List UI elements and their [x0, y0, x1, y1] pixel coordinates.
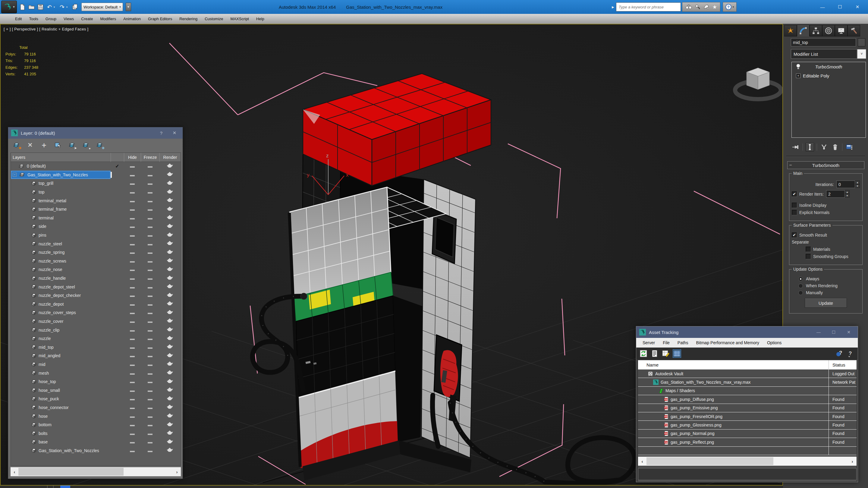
layer-name[interactable]: Gas_Station_with_Two_Nozzles: [11, 447, 111, 455]
menu-rendering[interactable]: Rendering: [176, 14, 201, 24]
render-toggle[interactable]: [159, 361, 181, 367]
stack-item-turbosmooth[interactable]: TurboSmooth: [792, 62, 866, 71]
freeze-toggle[interactable]: [141, 181, 159, 186]
asset-row-gas-station-with-two-nozzles-max-vray-max[interactable]: Gas_Station_with_Two_Nozzles_max_vray.ma…: [638, 378, 857, 387]
current-layer-cell[interactable]: [111, 173, 124, 177]
explicit-normals-checkbox[interactable]: [792, 210, 797, 215]
layer-row-top-grill[interactable]: top_grill: [11, 179, 181, 188]
menu-create[interactable]: Create: [78, 14, 96, 24]
render-toggle[interactable]: [159, 344, 181, 350]
search-input[interactable]: [616, 2, 681, 11]
render-toggle[interactable]: [159, 370, 181, 376]
asset-row-gas-pump-reflect-png[interactable]: PNGgas_pump_Reflect.pngFound: [638, 438, 857, 447]
render-toggle[interactable]: [159, 267, 181, 273]
tab-display[interactable]: [835, 25, 847, 36]
asset-menu-bitmap-performance-and-memory[interactable]: Bitmap Performance and Memory: [692, 340, 763, 345]
hide-toggle[interactable]: [124, 164, 141, 169]
layer-row-terminal-frame[interactable]: terminal_frame: [11, 205, 181, 214]
hide-toggle[interactable]: [124, 448, 141, 453]
hide-toggle[interactable]: [124, 310, 141, 315]
asset-tracking-titlebar[interactable]: Asset Tracking — ☐ ✕: [636, 327, 858, 338]
column-layers[interactable]: Layers: [11, 155, 111, 160]
render-toggle[interactable]: [159, 310, 181, 315]
asset-menu-paths[interactable]: Paths: [674, 340, 692, 345]
layer-row-hose-puck[interactable]: hose_puck: [11, 395, 181, 403]
render-toggle[interactable]: [159, 318, 181, 324]
layer-name[interactable]: hose_top: [11, 377, 111, 386]
asset-row-gas-pump-glossiness-png[interactable]: PNGgas_pump_Glossiness.pngFound: [638, 421, 857, 429]
layer-row-side[interactable]: side: [11, 222, 181, 231]
scroll-left-arrow[interactable]: ‹: [638, 459, 647, 464]
add-to-layer-button[interactable]: ＋: [39, 141, 49, 150]
layer-name[interactable]: mid_top: [11, 343, 111, 352]
layer-name[interactable]: nuzzle_screws: [11, 257, 111, 266]
asset-row-gas-pump-diffuse-png[interactable]: PNGgas_pump_Diffuse.pngFound: [638, 395, 857, 404]
render-iters-value[interactable]: [826, 190, 845, 198]
configure-modifier-sets-button[interactable]: [845, 143, 854, 151]
hide-toggle[interactable]: [124, 396, 141, 401]
hide-toggle[interactable]: [124, 336, 141, 341]
tab-motion[interactable]: [822, 25, 835, 36]
radio-when-rendering[interactable]: [798, 284, 803, 288]
layer-name[interactable]: terminal_metal: [11, 196, 111, 205]
hide-toggle[interactable]: [124, 431, 141, 436]
render-toggle[interactable]: [159, 336, 181, 341]
freeze-toggle[interactable]: [141, 396, 159, 401]
layer-name[interactable]: 0 (default): [11, 162, 111, 171]
render-toggle[interactable]: [159, 207, 181, 212]
layer-row-nuzzle-handle[interactable]: nuzzle_handle: [11, 274, 181, 283]
menu-maxscript[interactable]: MAXScript: [227, 14, 253, 24]
column-name[interactable]: Name: [638, 360, 829, 369]
tab-create[interactable]: [784, 25, 797, 36]
expand-plus-icon[interactable]: +: [796, 73, 801, 78]
render-toggle[interactable]: [159, 224, 181, 230]
layer-row-top[interactable]: top: [11, 188, 181, 196]
layer-name[interactable]: nuzzle_steel: [11, 239, 111, 248]
hide-toggle[interactable]: [124, 181, 141, 186]
layer-name[interactable]: nuzzle_clip: [11, 326, 111, 334]
hide-toggle[interactable]: [124, 362, 141, 367]
render-toggle[interactable]: [159, 379, 181, 385]
hide-toggle[interactable]: [124, 199, 141, 203]
layer-row-mid-top[interactable]: mid_top: [11, 343, 181, 352]
freeze-toggle[interactable]: [141, 319, 159, 324]
spinner-up-icon[interactable]: ▲: [855, 181, 860, 184]
radio-manually[interactable]: [798, 291, 803, 295]
tab-hierarchy[interactable]: [809, 25, 822, 36]
hide-toggle[interactable]: [124, 302, 141, 307]
render-toggle[interactable]: [159, 181, 181, 186]
layer-row-nuzzle-cover[interactable]: nuzzle_cover: [11, 317, 181, 326]
update-button[interactable]: Update: [805, 298, 847, 308]
select-layer-button[interactable]: ➤: [67, 141, 76, 150]
layer-name[interactable]: hose: [11, 412, 111, 421]
layer-name[interactable]: side: [11, 222, 111, 231]
asset-row-autodesk-vault[interactable]: Autodesk VaultLogged Out: [638, 370, 857, 378]
close-button[interactable]: ✕: [169, 130, 180, 135]
layer-row-mesh[interactable]: mesh: [11, 369, 181, 377]
hide-toggle[interactable]: [124, 267, 141, 272]
layer-name[interactable]: top: [11, 188, 111, 196]
render-toggle[interactable]: [159, 163, 181, 169]
menu-animation[interactable]: Animation: [120, 14, 144, 24]
layer-name[interactable]: mid: [11, 360, 111, 369]
help-topics-icon[interactable]: ?: [835, 349, 844, 358]
layer-row-mid[interactable]: mid: [11, 360, 181, 369]
menu-views[interactable]: Views: [60, 14, 78, 24]
layer-name[interactable]: nuzzle_spring: [11, 248, 111, 257]
render-toggle[interactable]: [159, 241, 181, 247]
communication-center-icon[interactable]: [704, 4, 710, 10]
freeze-toggle[interactable]: [141, 276, 159, 281]
help-menu-button[interactable]: ? ▾: [723, 2, 737, 12]
new-scene-button[interactable]: [19, 3, 26, 11]
stack-item-editable-poly[interactable]: + Editable Poly: [792, 71, 866, 80]
maximize-button[interactable]: ☐: [831, 0, 849, 14]
render-toggle[interactable]: [159, 353, 181, 359]
render-toggle[interactable]: [159, 387, 181, 393]
layer-name[interactable]: bottom: [11, 421, 111, 429]
redo-dropdown-arrow[interactable]: ▾: [66, 6, 69, 8]
minimize-button[interactable]: —: [814, 0, 831, 14]
pin-stack-button[interactable]: [792, 143, 800, 151]
layer-row-hose-small[interactable]: hose_small: [11, 386, 181, 395]
freeze-toggle[interactable]: [141, 448, 159, 453]
render-toggle[interactable]: [159, 396, 181, 402]
